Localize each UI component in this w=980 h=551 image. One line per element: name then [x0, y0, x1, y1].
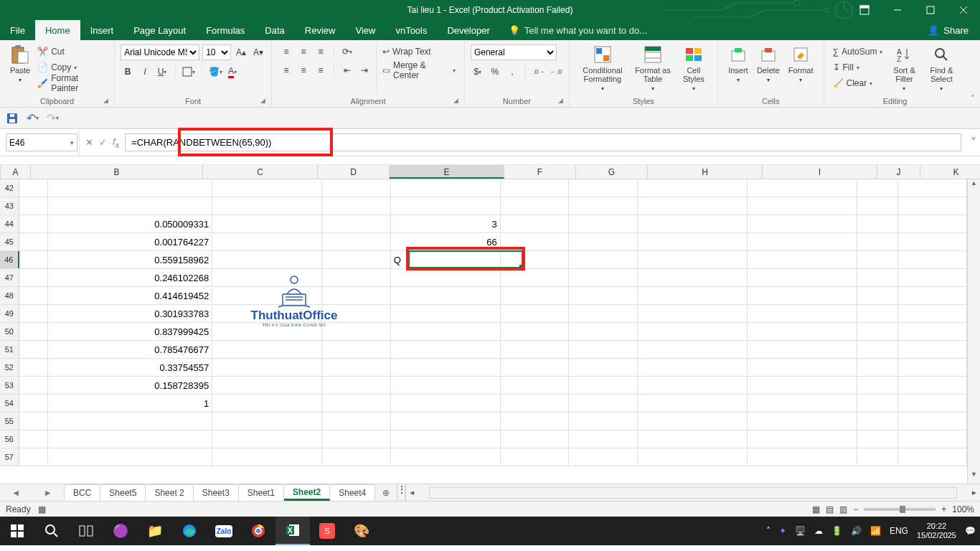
cell-K56[interactable]	[898, 430, 967, 448]
row-header-56[interactable]: 56	[0, 430, 19, 448]
tab-home[interactable]: Home	[35, 20, 80, 40]
cell-G53[interactable]	[569, 377, 638, 394]
cell-D52[interactable]	[322, 359, 391, 376]
tab-review[interactable]: Review	[295, 20, 346, 40]
cell-B57[interactable]	[48, 448, 212, 466]
cell-I46[interactable]	[748, 251, 857, 268]
cell-I51[interactable]	[748, 341, 857, 358]
sheet-tab-sheet2[interactable]: Sheet2	[284, 484, 330, 501]
cell-H54[interactable]	[638, 395, 748, 412]
cell-F47[interactable]	[501, 269, 570, 286]
sheet-nav[interactable]: ◄►	[0, 484, 65, 501]
cell-B51[interactable]: 0.785476677	[48, 341, 212, 358]
cell-G48[interactable]	[569, 287, 638, 304]
cell-A46[interactable]	[19, 251, 48, 268]
fill-color-button[interactable]: 🪣	[208, 65, 222, 79]
cell-J51[interactable]	[857, 341, 899, 358]
cell-E55[interactable]	[391, 413, 501, 430]
search-button[interactable]	[34, 517, 69, 545]
cell-A45[interactable]	[19, 233, 48, 250]
cell-D55[interactable]	[322, 413, 391, 430]
row-header-42[interactable]: 42	[0, 179, 19, 197]
alignment-launcher[interactable]: ◢	[453, 97, 458, 104]
fill-button[interactable]: ↧Fill	[831, 60, 885, 75]
zoom-out-button[interactable]: −	[853, 504, 858, 514]
cell-D44[interactable]	[322, 215, 391, 232]
cell-J53[interactable]	[857, 377, 899, 394]
cell-C42[interactable]	[212, 179, 322, 197]
cell-E51[interactable]	[391, 341, 501, 358]
align-top-button[interactable]: ≡	[279, 44, 293, 59]
cell-H42[interactable]	[638, 179, 748, 197]
cell-G51[interactable]	[569, 341, 638, 358]
cell-A48[interactable]	[19, 287, 48, 304]
conditional-formatting-button[interactable]: Conditional Formatting▾	[575, 43, 630, 95]
font-color-button[interactable]: A	[225, 65, 240, 79]
macro-record-icon[interactable]: ▦	[38, 504, 46, 514]
cell-A52[interactable]	[19, 359, 48, 376]
cell-I54[interactable]	[748, 395, 857, 412]
view-page-layout-button[interactable]: ▤	[826, 504, 834, 514]
tab-data[interactable]: Data	[255, 20, 294, 40]
cancel-formula-button[interactable]: ✕	[85, 137, 93, 148]
cell-G43[interactable]	[569, 197, 638, 215]
start-button[interactable]	[0, 517, 34, 545]
sheet-tab-sheet1[interactable]: Sheet1	[239, 484, 284, 501]
tab-view[interactable]: View	[345, 20, 385, 40]
taskbar-app-snip[interactable]: S	[310, 517, 344, 545]
clear-button[interactable]: 🧹Clear	[831, 76, 885, 90]
cell-K53[interactable]	[898, 377, 967, 394]
cell-B45[interactable]: 0.001764227	[48, 233, 212, 250]
column-header-I[interactable]: I	[763, 165, 877, 179]
cell-D51[interactable]	[322, 341, 391, 358]
decrease-font-button[interactable]: A▾	[251, 45, 265, 60]
cell-B44[interactable]: 0.050009331	[48, 215, 212, 232]
increase-font-button[interactable]: A▴	[234, 45, 248, 60]
row-header-47[interactable]: 47	[0, 269, 19, 286]
cell-B54[interactable]: 1	[48, 395, 212, 412]
cell-G46[interactable]	[569, 251, 638, 268]
font-name-select[interactable]: Arial Unicode MS	[121, 44, 199, 60]
underline-button[interactable]: U	[155, 65, 169, 79]
cell-J45[interactable]	[857, 233, 899, 250]
cell-A57[interactable]	[19, 448, 48, 466]
cell-K43[interactable]	[898, 197, 967, 215]
increase-indent-button[interactable]: ⇥	[357, 63, 372, 77]
autosum-button[interactable]: ∑AutoSum	[831, 44, 885, 59]
column-header-B[interactable]: B	[31, 165, 203, 179]
scroll-down-button[interactable]: ▼	[968, 471, 980, 484]
minimize-button[interactable]	[881, 0, 914, 20]
cell-E49[interactable]	[391, 305, 501, 322]
cell-D42[interactable]	[322, 179, 391, 197]
cell-H53[interactable]	[638, 377, 748, 394]
cell-K45[interactable]	[898, 233, 967, 250]
collapse-ribbon-button[interactable]: ˄	[966, 40, 980, 107]
cell-C44[interactable]	[212, 215, 322, 232]
tab-developer[interactable]: Developer	[437, 20, 499, 40]
copy-button[interactable]: 📄Copy	[36, 60, 107, 75]
cell-B47[interactable]: 0.246102268	[48, 269, 212, 286]
cell-G52[interactable]	[569, 359, 638, 376]
cell-I50[interactable]	[748, 323, 857, 340]
cell-E53[interactable]	[391, 377, 501, 394]
cell-C57[interactable]	[212, 448, 322, 466]
tab-insert[interactable]: Insert	[80, 20, 124, 40]
wrap-text-button[interactable]: ↩Wrap Text	[381, 44, 457, 59]
cell-H50[interactable]	[638, 323, 748, 340]
taskbar-app-copilot[interactable]: 🟣	[103, 517, 138, 545]
cell-J54[interactable]	[857, 395, 899, 412]
tray-expand-button[interactable]: ˄	[766, 526, 771, 536]
tab-split-handle[interactable]: ⋮	[397, 484, 405, 501]
task-view-button[interactable]	[69, 517, 103, 545]
view-normal-button[interactable]: ▦	[812, 504, 820, 514]
row-header-44[interactable]: 44	[0, 215, 19, 232]
name-box[interactable]: E46▾	[6, 133, 77, 151]
cell-A54[interactable]	[19, 395, 48, 412]
cell-G44[interactable]	[569, 215, 638, 232]
cell-F55[interactable]	[501, 413, 570, 430]
cell-I52[interactable]	[748, 359, 857, 376]
format-as-table-button[interactable]: Format as Table▾	[630, 43, 676, 95]
cell-G56[interactable]	[569, 430, 638, 448]
cell-J43[interactable]	[857, 197, 899, 215]
taskbar-app-zalo[interactable]: Zalo	[207, 517, 241, 545]
